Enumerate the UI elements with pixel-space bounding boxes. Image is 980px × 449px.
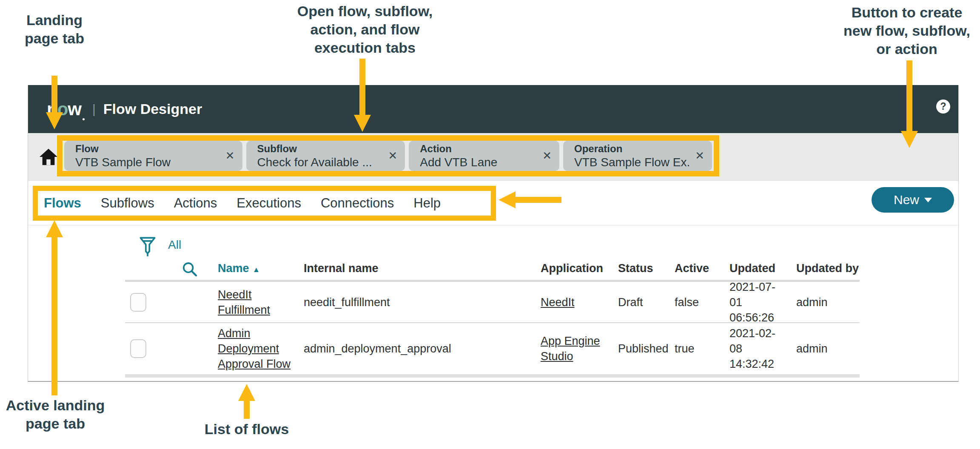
home-icon xyxy=(39,147,58,167)
tab-type-label: Action xyxy=(420,142,536,155)
flow-name-link[interactable]: Admin Deployment Approval Flow xyxy=(218,326,293,372)
table-row: NeedIt Fulfillment needit_fulfillment Ne… xyxy=(125,282,860,323)
chevron-down-icon xyxy=(924,198,932,202)
annotation-arrow-left xyxy=(515,197,561,203)
column-header-application[interactable]: Application xyxy=(541,261,603,275)
annotation-line: Landing xyxy=(9,11,100,29)
tab-subflow[interactable]: Subflow Check for Available ... ✕ xyxy=(246,141,405,171)
tab-name-label: VTB Sample Flow Ex... xyxy=(574,155,689,170)
active-cell: true xyxy=(675,323,721,374)
new-button-label: New xyxy=(894,193,919,207)
column-header-name[interactable]: Name▲ xyxy=(218,261,260,275)
updated-by-cell: admin xyxy=(796,323,852,374)
annotation-line: List of flows xyxy=(196,420,298,438)
annotation-line: page tab xyxy=(9,29,100,48)
tab-type-label: Flow xyxy=(75,142,219,155)
annotation-line: execution tabs xyxy=(254,39,476,57)
flow-designer-window: now | Flow Designer ? Flow xyxy=(28,85,959,382)
annotation-line: action, and flow xyxy=(254,20,476,39)
logo-separator: | xyxy=(92,102,96,117)
search-icon xyxy=(181,261,198,278)
updated-cell: 2021-02-08 14:32:42 xyxy=(729,323,781,374)
filter-button[interactable]: All xyxy=(139,236,181,258)
tab-type-label: Subflow xyxy=(257,142,382,155)
help-glyph: ? xyxy=(940,101,946,112)
registered-mark-dot xyxy=(83,118,85,120)
annotation-arrow-up xyxy=(51,236,57,395)
app-title: Flow Designer xyxy=(103,101,202,117)
column-header-active[interactable]: Active xyxy=(675,261,709,275)
table-header-row: Name▲ Internal name Application Status A… xyxy=(125,256,860,282)
tab-connections[interactable]: Connections xyxy=(321,196,394,211)
help-icon[interactable]: ? xyxy=(936,99,950,114)
logo-letter: w xyxy=(68,99,81,119)
application-link[interactable]: App Engine Studio xyxy=(541,333,600,364)
application-link[interactable]: NeedIt xyxy=(541,295,575,310)
column-header-status[interactable]: Status xyxy=(618,261,653,275)
active-cell: false xyxy=(675,282,721,322)
tab-type-label: Operation xyxy=(574,142,689,155)
updated-cell: 2021-07-01 06:56:26 xyxy=(729,282,781,322)
column-header-updated-by[interactable]: Updated by xyxy=(796,261,859,275)
close-icon[interactable]: ✕ xyxy=(225,149,235,162)
status-cell: Draft xyxy=(618,282,669,322)
tab-name-label: Add VTB Lane xyxy=(420,155,536,170)
home-tab-button[interactable] xyxy=(37,145,60,169)
annotation-landing-page-tab: Landing page tab xyxy=(9,11,100,48)
internal-name-cell: admin_deployment_approval xyxy=(304,323,457,374)
updated-by-cell: admin xyxy=(796,282,852,322)
tab-subflows[interactable]: Subflows xyxy=(101,196,154,211)
filter-funnel-icon xyxy=(139,236,156,258)
application-cell: NeedIt xyxy=(541,282,600,322)
annotation-arrow-down xyxy=(51,76,57,112)
tab-name-label: Check for Available ... xyxy=(257,155,382,170)
internal-name-cell: needit_fulfillment xyxy=(304,282,457,322)
tab-help[interactable]: Help xyxy=(413,196,441,211)
annotation-arrowhead-down xyxy=(901,131,918,148)
tab-action[interactable]: Action Add VTB Lane ✕ xyxy=(409,141,559,171)
tab-flows[interactable]: Flows xyxy=(44,196,81,211)
tab-actions[interactable]: Actions xyxy=(174,196,217,211)
tab-flow[interactable]: Flow VTB Sample Flow ✕ xyxy=(64,141,242,171)
new-button[interactable]: New xyxy=(872,187,954,213)
annotation-list-of-flows: List of flows xyxy=(196,420,298,438)
annotation-arrow-down xyxy=(359,59,365,115)
annotation-active-landing: Active landing page tab xyxy=(0,396,111,433)
status-cell: Published xyxy=(618,323,669,374)
annotation-arrowhead-down xyxy=(46,112,63,129)
close-icon[interactable]: ✕ xyxy=(695,149,704,162)
tab-name-label: VTB Sample Flow xyxy=(75,155,219,170)
annotation-arrowhead-up xyxy=(46,220,63,237)
tab-executions[interactable]: Executions xyxy=(236,196,301,211)
screenshot-canvas: Landing page tab Open flow, subflow, act… xyxy=(0,0,980,449)
annotation-arrowhead-up xyxy=(238,384,255,401)
landing-tabs-highlight-box: Flows Subflows Actions Executions Connec… xyxy=(33,186,496,221)
document-tabs-highlight-box: Flow VTB Sample Flow ✕ Subflow Check for… xyxy=(57,135,719,176)
flows-table: Name▲ Internal name Application Status A… xyxy=(125,256,860,378)
row-checkbox[interactable] xyxy=(130,293,146,312)
annotation-line: Open flow, subflow, xyxy=(254,2,476,20)
table-row: Admin Deployment Approval Flow admin_dep… xyxy=(125,323,860,378)
app-header: now | Flow Designer ? xyxy=(28,85,958,133)
column-header-internal-name[interactable]: Internal name xyxy=(304,261,379,275)
annotation-open-tabs: Open flow, subflow, action, and flow exe… xyxy=(254,2,476,57)
sort-ascending-icon: ▲ xyxy=(253,265,260,273)
search-button[interactable] xyxy=(181,261,198,279)
column-header-label: Name xyxy=(218,261,249,274)
annotation-arrow-up xyxy=(244,400,250,419)
servicenow-logo: now | Flow Designer xyxy=(47,85,202,133)
flow-name-cell: NeedIt Fulfillment xyxy=(218,282,293,322)
filter-condition-label: All xyxy=(168,238,181,252)
annotation-arrowhead-left xyxy=(499,191,516,208)
landing-nav-row: Flows Subflows Actions Executions Connec… xyxy=(28,181,958,225)
annotation-line: Active landing xyxy=(0,396,111,415)
column-header-updated[interactable]: Updated xyxy=(729,261,775,275)
row-checkbox[interactable] xyxy=(130,339,146,358)
application-cell: App Engine Studio xyxy=(541,323,600,374)
annotation-line: new flow, subflow, xyxy=(834,22,980,40)
annotation-create-button: Button to create new flow, subflow, or a… xyxy=(834,3,980,58)
tab-operation[interactable]: Operation VTB Sample Flow Ex... ✕ xyxy=(563,141,712,171)
flow-name-link[interactable]: NeedIt Fulfillment xyxy=(218,287,293,318)
close-icon[interactable]: ✕ xyxy=(542,149,552,162)
close-icon[interactable]: ✕ xyxy=(388,149,397,162)
